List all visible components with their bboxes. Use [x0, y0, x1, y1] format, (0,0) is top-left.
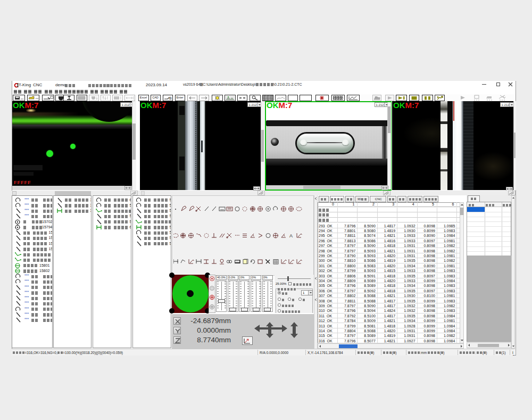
svg-text:B: B	[169, 96, 172, 100]
svg-text:A: A	[289, 233, 293, 238]
